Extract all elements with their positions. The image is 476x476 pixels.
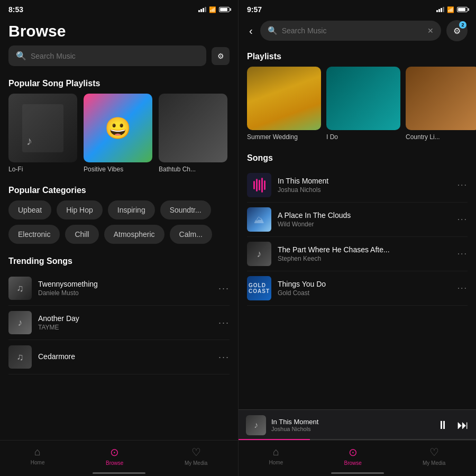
song-more-cedarmore[interactable]: ··· [218,352,230,363]
category-upbeat[interactable]: Upbeat [8,200,51,219]
clear-icon[interactable]: ✕ [427,26,434,35]
status-bar-left: 8:53 📶 [0,0,238,16]
status-bar-right: 9:57 📶 [239,0,476,16]
category-atmospheric[interactable]: Atmospheric [104,225,164,244]
rsong-title-thingsyoudo: Things You Do [278,280,451,288]
home-icon-left: ⌂ [34,446,41,458]
playlist-thumb-wedding [247,67,321,130]
category-calm[interactable]: Calm... [170,225,212,244]
playlist-card-country[interactable]: Country Li... [406,67,476,141]
song-thumb-anotherday: ♪ [8,311,32,334]
song-artist-anotherday: TAYME [38,324,212,331]
filter-button-left[interactable]: ⚙ [212,47,230,65]
search-bar-right[interactable]: 🔍 ✕ [260,21,441,41]
song-info-cedarmore: Cedarmore [38,352,212,362]
playlist-label-lofi: Lo-Fi [8,166,77,173]
bottom-nav-right: ⌂ Home ⊙ Browse ♡ My Media [239,440,476,476]
rsong-more-clouds[interactable]: ··· [457,215,468,224]
song-item-twenny[interactable]: ♫ Twennysomething Daniele Musto ··· [8,271,230,306]
rsong-thumb-chases: ♪ [247,242,271,266]
mymedia-icon-right: ♡ [429,446,439,459]
nav-mymedia-left[interactable]: ♡ My Media [185,446,207,466]
search-input-right[interactable] [282,26,423,35]
rsong-more-thingsyoudo[interactable]: ··· [457,283,468,293]
nav-browse-left[interactable]: ⊙ Browse [106,446,123,466]
battery-icon-right [457,7,468,12]
filter-button-right[interactable]: ⚙ 2 [446,20,468,41]
skip-forward-button[interactable]: ⏭ [457,418,469,432]
song-more-anotherday[interactable]: ··· [218,317,230,328]
search-bar-left[interactable]: 🔍 [8,45,206,66]
right-panel: 9:57 📶 ‹ 🔍 ✕ ⚙ 2 Playlists [238,0,476,476]
rsong-title-clouds: A Place In The Clouds [278,211,451,219]
waveform-icon [253,178,266,193]
search-icon-right: 🔍 [268,26,278,35]
song-more-twenny[interactable]: ··· [218,283,230,294]
rsong-item-moment[interactable]: In This Moment Joshua Nichols ··· [247,168,468,203]
rsong-item-clouds[interactable]: ⛰ A Place In The Clouds Wild Wonder ··· [247,203,468,237]
home-indicator-right [331,472,384,474]
rsong-item-thingsyoudo[interactable]: GOLDCOAST Things You Do Gold Coast ··· [247,271,468,306]
playlist-row: ♪ Lo-Fi 😀 Positive Vibes Bathtub Ch... [0,94,238,181]
rsong-info-thingsyoudo: Things You Do Gold Coast [278,280,451,297]
category-soundtr[interactable]: Soundtr... [160,200,211,219]
rsong-more-moment[interactable]: ··· [457,180,468,190]
playlist-card-ido[interactable]: I Do [326,67,400,141]
category-chill[interactable]: Chill [65,225,98,244]
now-playing-bar[interactable]: ♪ In This Moment Joshua Nichols ⏸ ⏭ [239,409,476,440]
song-title-twenny: Twennysomething [38,280,212,288]
right-song-list: In This Moment Joshua Nichols ··· ⛰ A Pl… [239,168,476,306]
home-indicator-left [93,472,145,474]
nav-label-home-right: Home [269,460,283,465]
home-icon-right: ⌂ [273,446,279,458]
wifi-icon-right: 📶 [447,6,454,13]
song-item-anotherday[interactable]: ♪ Another Day TAYME ··· [8,306,230,340]
filter-icon-left: ⚙ [217,52,224,60]
nav-home-left[interactable]: ⌂ Home [31,446,45,465]
now-playing-thumb: ♪ [246,415,266,435]
song-title-cedarmore: Cedarmore [38,352,212,361]
now-playing-thumb-icon: ♪ [254,420,258,430]
playlists-heading: Playlists [239,48,476,67]
nav-home-right[interactable]: ⌂ Home [269,446,283,465]
rsong-item-chases[interactable]: ♪ The Part Where He Chases Afte... Steph… [247,237,468,271]
status-icons-left: 📶 [198,6,230,13]
rsong-title-moment: In This Moment [278,177,451,185]
rsong-thumb-clouds: ⛰ [247,207,271,232]
song-thumb-cedarmore: ♫ [8,345,32,369]
right-playlist-row: Summer Wedding I Do Country Li... [239,67,476,149]
signal-icon-right [436,7,444,12]
browse-icon-right: ⊙ [349,446,358,459]
left-page-content: Browse 🔍 ⚙ Popular Song Playlists ♪ [0,16,238,476]
rsong-more-chases[interactable]: ··· [457,249,468,259]
back-button[interactable]: ‹ [247,23,255,39]
battery-icon [219,7,230,12]
rsong-artist-chases: Stephen Keech [278,255,451,262]
now-playing-artist: Joshua Nichols [271,426,432,432]
category-hiphop[interactable]: Hip Hop [57,200,103,219]
nav-label-browse-left: Browse [106,460,123,466]
category-electronic[interactable]: Electronic [8,225,60,244]
playlist-label-bathtub: Bathtub Ch... [159,166,227,173]
playlist-card-lofi[interactable]: ♪ Lo-Fi [8,94,77,173]
playlist-card-wedding[interactable]: Summer Wedding [247,67,321,141]
rsong-title-chases: The Part Where He Chases Afte... [278,245,451,254]
nav-browse-right[interactable]: ⊙ Browse [344,446,361,466]
rsong-artist-clouds: Wild Wonder [278,221,451,228]
playlist-label-ido: I Do [326,133,400,141]
playlist-thumb-lofi: ♪ [8,94,77,162]
nav-mymedia-right[interactable]: ♡ My Media [423,446,445,466]
trending-heading: Trending Songs [0,252,238,271]
song-item-cedarmore[interactable]: ♫ Cedarmore ··· [8,340,230,374]
playlist-card-bathtub[interactable]: Bathtub Ch... [159,94,227,173]
nav-label-home-left: Home [31,460,45,465]
search-input-left[interactable] [31,52,199,60]
playlist-thumb-bathtub [159,94,227,162]
left-panel: 8:53 📶 Browse 🔍 ⚙ [0,0,238,476]
pause-button[interactable]: ⏸ [437,418,448,432]
playlist-card-positive[interactable]: 😀 Positive Vibes [84,94,152,173]
category-inspiring[interactable]: Inspiring [108,200,155,219]
filter-badge: 2 [459,21,466,29]
page-title: Browse [0,16,238,45]
mymedia-icon-left: ♡ [191,446,201,459]
